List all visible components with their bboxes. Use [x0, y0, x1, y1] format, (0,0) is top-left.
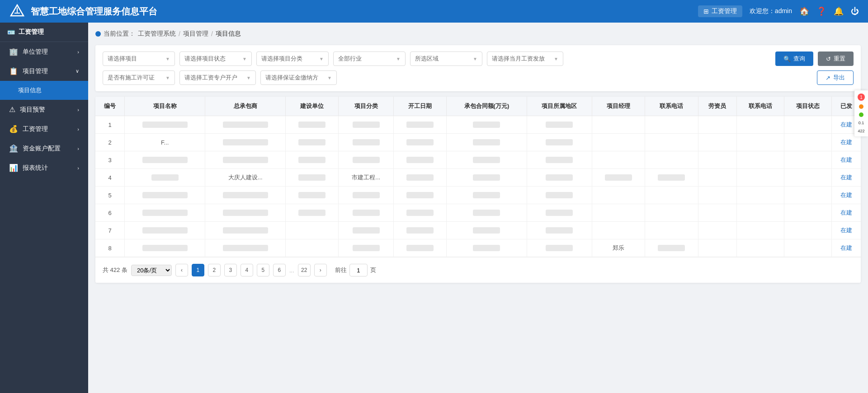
project-category-label: 请选择项目分类	[261, 55, 302, 63]
breadcrumb-item-1: 项目管理	[183, 30, 208, 38]
chevron-down-permit: ▼	[165, 75, 170, 80]
col-status: 项目状态	[784, 97, 831, 116]
cell-id: 7	[95, 222, 125, 239]
industry-select[interactable]: 全部行业 ▼	[333, 51, 406, 66]
sidebar-item-report-stats[interactable]: 📊 报表统计 ›	[0, 158, 88, 178]
breadcrumb-prefix: 当前位置：	[104, 30, 135, 38]
cell-id: 2	[95, 134, 125, 151]
sidebar-label-project-mgmt: 项目管理	[23, 67, 48, 75]
cell-region	[527, 239, 592, 257]
sidebar-item-unit-mgmt[interactable]: 🏢 单位管理 ›	[0, 42, 88, 61]
report-icon: 📊	[9, 164, 18, 172]
cell-manager-phone	[645, 222, 698, 239]
project-category-select[interactable]: 请选择项目分类 ▼	[256, 51, 329, 66]
home-icon[interactable]: 🏠	[799, 6, 809, 16]
guarantee-payment-select[interactable]: 请选择保证金缴纳方 ▼	[260, 70, 337, 85]
cell-category	[339, 222, 394, 239]
wage-date-select[interactable]: 请选择当月工资发放 ▼	[487, 51, 563, 66]
page-btn-4[interactable]: 4	[241, 264, 253, 276]
cell-manager	[592, 134, 645, 151]
page-btn-last[interactable]: 22	[298, 264, 311, 276]
cell-status: 在建	[831, 169, 861, 187]
orange-dot	[859, 104, 863, 109]
page-btn-3[interactable]: 3	[224, 264, 237, 276]
breadcrumb-sep-1: /	[211, 30, 213, 37]
sidebar-item-project-info[interactable]: 项目信息	[0, 81, 88, 100]
status-badge: 在建	[840, 174, 852, 181]
wage-account-select[interactable]: 请选择工资专户开户 ▼	[179, 70, 256, 85]
cell-labor-phone	[736, 187, 784, 204]
module-switcher[interactable]: ⊞ 工资管理	[698, 5, 742, 17]
project-table: 编号 项目名称 总承包商 建设单位 项目分类 开工日期 承包合同额(万元) 项目…	[95, 97, 861, 257]
status-badge: 在建	[840, 244, 852, 251]
cell-start-date	[393, 222, 446, 239]
bell-icon[interactable]: 🔔	[834, 6, 844, 16]
project-status-select[interactable]: 请选择项目状态 ▼	[179, 51, 252, 66]
goto-input[interactable]	[349, 264, 368, 276]
cell-labor-phone	[736, 134, 784, 151]
chevron-right-icon2: ›	[77, 107, 79, 112]
header-left: 智慧工地综合管理服务信息平台	[9, 3, 157, 19]
project-select[interactable]: 请选择项目 ▼	[103, 51, 175, 66]
app-title: 智慧工地综合管理服务信息平台	[31, 5, 157, 18]
query-label: 查询	[793, 55, 805, 63]
cell-labor-officer	[698, 134, 736, 151]
page-prev-btn[interactable]: ‹	[175, 264, 188, 276]
warning-icon: ⚠	[9, 105, 15, 114]
cell-contract-amount	[447, 134, 527, 151]
page-size-select[interactable]: 20条/页 50条/页 100条/页	[131, 265, 172, 276]
cell-id: 4	[95, 169, 125, 187]
cell-category	[339, 116, 394, 134]
cell-region	[527, 187, 592, 204]
table-row: 8 郑乐 在建	[95, 239, 861, 257]
construction-permit-select[interactable]: 是否有施工许可证 ▼	[103, 70, 175, 85]
cell-contract-amount	[447, 151, 527, 169]
right-panel-badge[interactable]: 1	[854, 92, 868, 102]
export-button[interactable]: ↗ 导出	[817, 70, 854, 85]
help-icon[interactable]: ❓	[816, 6, 826, 16]
main-content: 当前位置： 工资管理系统 / 项目管理 / 项目信息 请选择项目 ▼ 请选择项目…	[88, 23, 868, 393]
status-badge: 在建	[840, 156, 852, 163]
page-btn-6[interactable]: 6	[273, 264, 286, 276]
query-button[interactable]: 🔍 查询	[775, 51, 813, 66]
cell-owner	[286, 169, 339, 187]
cell-manager-phone	[645, 169, 698, 187]
chevron-right-icon: ›	[77, 49, 79, 55]
breadcrumb-item-0: 工资管理系统	[138, 30, 176, 38]
cell-contract-amount	[447, 169, 527, 187]
cell-owner	[286, 187, 339, 204]
goto-suffix: 页	[370, 266, 376, 274]
page-btn-5[interactable]: 5	[257, 264, 269, 276]
cell-contractor	[205, 222, 286, 239]
status-badge: 在建	[840, 121, 852, 128]
page-next-btn[interactable]: ›	[314, 264, 327, 276]
cell-name	[125, 204, 205, 222]
reset-button[interactable]: ↺ 重置	[818, 51, 854, 66]
page-btn-2[interactable]: 2	[208, 264, 221, 276]
cell-labor-phone	[736, 116, 784, 134]
cell-name: F...	[125, 134, 205, 151]
status-badge: 在建	[840, 192, 852, 198]
cell-labor-phone	[736, 239, 784, 257]
sidebar-item-account-config[interactable]: 🏦 资金账户配置 ›	[0, 139, 88, 158]
status-badge: 在建	[840, 209, 852, 216]
right-panel-green	[854, 111, 868, 118]
table-wrapper[interactable]: 编号 项目名称 总承包商 建设单位 项目分类 开工日期 承包合同额(万元) 项目…	[95, 97, 861, 257]
cell-start-date	[393, 239, 446, 257]
cell-category	[339, 134, 394, 151]
logo-icon	[9, 3, 25, 19]
page-btn-1[interactable]: 1	[192, 264, 204, 276]
sidebar-item-project-mgmt[interactable]: 📋 项目管理 ∨	[0, 61, 88, 81]
building-icon: 🏢	[9, 47, 18, 56]
grid-icon: ⊞	[703, 8, 709, 15]
power-icon[interactable]: ⏻	[851, 7, 859, 16]
table-body: 1 在建2F... 在建3 在建4 大庆人建设... 市建工程... 在建5 在…	[95, 116, 861, 257]
sidebar-item-project-warning[interactable]: ⚠ 项目预警 ›	[0, 100, 88, 119]
region-select[interactable]: 所选区域 ▼	[410, 51, 482, 66]
sidebar-item-wage-mgmt[interactable]: 💰 工资管理 ›	[0, 119, 88, 139]
cell-id: 6	[95, 204, 125, 222]
reset-label: 重置	[834, 55, 845, 63]
cell-labor-officer	[698, 222, 736, 239]
sidebar-label-project-info: 项目信息	[18, 86, 42, 94]
col-manager-phone: 联系电话	[645, 97, 698, 116]
